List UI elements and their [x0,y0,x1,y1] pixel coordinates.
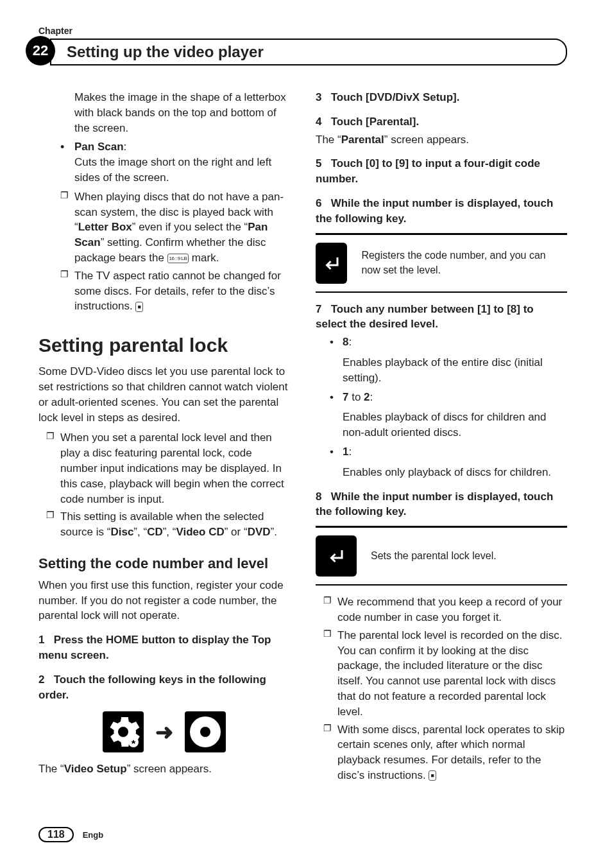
s4a-bold: Parental [341,134,384,146]
step-8: 8 While the input number is displayed, t… [316,489,567,520]
step-5: 5 Touch [0] to [9] to input a four-digit… [316,156,567,187]
svg-point-2 [200,727,210,737]
lvl72-b: 2 [364,391,370,403]
pn2-dvd: DVD [248,526,271,538]
note1-letterbox: Letter Box [78,221,132,233]
pn2-vcd: Video CD [176,526,224,538]
pan-scan-item: Pan Scan: Cuts the image short on the ri… [60,139,290,185]
step8-text: While the input number is displayed, tou… [316,490,553,518]
pn2-d: ” or “ [225,526,248,538]
level-8-item: 8: [330,334,567,350]
step2-num: 2 [38,673,44,686]
tail-note-3: With some discs, parental lock operates … [323,722,567,783]
right-column: 3 Touch [DVD/DivX Setup]. 4 Touch [Paren… [316,90,567,787]
letterbox-desc: Makes the image in the shape of a letter… [74,90,290,135]
parental-lock-body: Some DVD-Video discs let you use parenta… [38,364,290,425]
step4-text: Touch [Parental]. [331,116,420,128]
end-section-icon: ■ [429,770,436,781]
step-4: 4 Touch [Parental]. [316,114,567,130]
step6-key-row: Registers the code number, and you can n… [316,238,567,289]
step3-num: 3 [316,91,321,103]
step5-num: 5 [316,157,321,169]
enter-key-icon [316,243,347,284]
step8-num: 8 [316,490,321,503]
tail3-text: With some discs, parental lock operates … [337,724,565,781]
pn2-cd: CD [147,526,163,538]
vs-a: The “ [38,763,64,775]
chapter-title: Setting up the video player [50,39,567,65]
divider [316,291,567,293]
step6-text: While the input number is displayed, tou… [316,197,553,225]
step-3: 3 Touch [DVD/DivX Setup]. [316,90,567,105]
step6-key-desc: Registers the code number, and you can n… [361,248,567,277]
left-column: Makes the image in the shape of a letter… [38,90,290,787]
vs-b: ” screen appears. [127,763,212,775]
step1-text: Press the HOME button to display the Top… [38,634,271,661]
step5-text: Touch [0] to [9] to input a four-digit c… [316,157,540,185]
note1-text-d: mark. [189,252,219,264]
divider [316,584,567,586]
vs-bold: Video Setup [64,763,127,775]
step-1: 1 Press the HOME button to display the T… [38,632,290,663]
level-7-2-item: 7 to 2: [330,390,567,405]
chapter-number-badge: 22 [26,36,55,65]
enter-key-icon [316,535,357,577]
code-level-heading: Setting the code number and level [38,554,290,574]
lvl8-label: 8 [343,336,348,348]
level-1-desc: Enables only playback of discs for child… [343,465,567,480]
step7-text: Touch any number between [1] to [8] to s… [316,303,534,331]
step-2: 2 Touch the following keys in the follow… [38,672,290,703]
lvl72-to: to [348,391,364,403]
pan-scan-label: Pan Scan [74,141,124,153]
step6-num: 6 [316,197,321,209]
step7-num: 7 [316,303,321,315]
level-7-2-desc: Enables playback of discs for children a… [343,410,567,440]
step8-key-desc: Sets the parental lock level. [371,549,497,563]
parental-note-1: When you set a parental lock level and t… [46,430,290,507]
language-label: Engb [83,830,104,840]
s4a-b: ” screen appears. [384,134,469,146]
s4a-a: The “ [316,134,341,146]
pan-scan-desc: Cuts the image short on the right and le… [74,156,271,184]
note-letterbox: When playing discs that do not have a pa… [60,189,290,266]
page-number: 118 [38,827,74,842]
parental-note-2: This setting is available when the selec… [46,509,290,540]
note2-text: The TV aspect ratio cannot be changed fo… [74,270,281,313]
pn2-disc: Disc [110,526,133,538]
settings-gear-icon [103,711,144,752]
parental-screen-appears: The “Parental” screen appears. [316,132,567,148]
step4-num: 4 [316,116,321,128]
code-level-body: When you first use this function, regist… [38,578,290,623]
pn2-b: ”, “ [133,526,147,538]
step-6: 6 While the input number is displayed, t… [316,196,567,227]
divider [316,526,567,528]
lb-mark-icon: 16 : 9 LB [167,254,189,263]
step-7: 7 Touch any number between [1] to [8] to… [316,302,567,333]
step1-num: 1 [38,634,44,646]
tail-note-2: The parental lock level is recorded on t… [323,628,567,720]
pn2-e: ”. [271,526,277,538]
disc-icon [185,711,226,752]
level-8-desc: Enables playback of the entire disc (ini… [343,355,567,386]
step8-key-row: Sets the parental lock level. [316,530,567,582]
step3-text: Touch [DVD/DivX Setup]. [331,91,460,103]
pn2-c: ”, “ [163,526,176,538]
note-aspect-ratio: The TV aspect ratio cannot be changed fo… [60,268,290,314]
arrow-right-icon: ➜ [155,717,173,748]
step2-icon-sequence: ➜ [38,711,290,752]
lvl1-label: 1 [343,446,348,458]
video-setup-appears: The “Video Setup” screen appears. [38,761,290,777]
note1-text-b: ” even if you select the “ [132,221,248,233]
level-1-item: 1: [330,444,567,460]
chapter-label: Chapter [38,26,72,36]
divider [316,233,567,235]
end-section-icon: ■ [135,302,142,312]
parental-lock-heading: Setting parental lock [38,332,290,359]
step2-text: Touch the following keys in the followin… [38,673,266,701]
page-footer: 118 Engb [38,827,103,842]
tail-note-1: We recommend that you keep a record of y… [323,595,567,625]
